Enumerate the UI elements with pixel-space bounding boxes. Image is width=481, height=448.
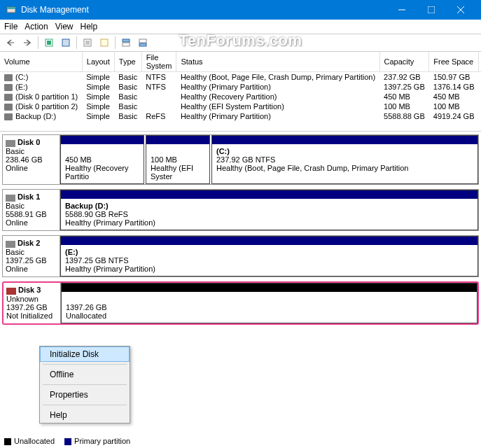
svg-rect-1 <box>7 7 15 9</box>
volume-row[interactable]: (Disk 0 partition 1)SimpleBasicHealthy (… <box>0 92 481 102</box>
disk-0-partition-2[interactable]: 100 MBHealthy (EFI Syster <box>146 135 210 184</box>
window-title: Disk Management <box>21 5 387 15</box>
col-layout[interactable]: Layout <box>82 52 114 72</box>
action-button[interactable] <box>58 36 74 50</box>
disk-1-row[interactable]: Disk 1 Basic 5588.91 GB Online Backup (D… <box>2 189 479 231</box>
col-capacity[interactable]: Capacity <box>379 52 429 72</box>
disk-0-partition-1[interactable]: 450 MBHealthy (Recovery Partitio <box>60 135 144 184</box>
menu-separator <box>43 364 127 365</box>
minimize-button[interactable] <box>387 0 417 20</box>
toolbar-separator <box>76 36 77 49</box>
menu-properties[interactable]: Properties <box>40 387 130 402</box>
volume-list: Volume Layout Type File System Status Ca… <box>0 52 481 132</box>
svg-rect-10 <box>62 39 69 46</box>
forward-button[interactable] <box>20 36 35 50</box>
svg-rect-15 <box>101 39 108 46</box>
disk-2-row[interactable]: Disk 2 Basic 1397.25 GB Online (E:)1397.… <box>2 235 479 277</box>
menu-initialize-disk[interactable]: Initialize Disk <box>40 346 130 362</box>
col-pctfree[interactable]: % Free <box>478 52 481 72</box>
menu-separator <box>43 405 127 405</box>
view-bottom-button[interactable] <box>135 36 151 50</box>
svg-rect-19 <box>139 43 146 46</box>
disk-icon <box>6 241 15 248</box>
legend: Unallocated Primary partition <box>4 437 130 445</box>
app-icon <box>6 4 17 15</box>
col-fs[interactable]: File System <box>141 52 176 72</box>
back-button[interactable] <box>3 36 18 50</box>
menu-view[interactable]: View <box>55 22 74 31</box>
col-free[interactable]: Free Space <box>429 52 479 72</box>
close-button[interactable] <box>446 0 475 20</box>
disk-0-row[interactable]: Disk 0 Basic 238.46 GB Online 450 MBHeal… <box>2 134 479 185</box>
toolbar-separator <box>115 36 116 49</box>
menu-offline[interactable]: Offline <box>40 367 130 382</box>
volume-row[interactable]: (E:)SimpleBasicNTFSHealthy (Primary Part… <box>0 82 481 92</box>
volume-icon <box>4 84 13 91</box>
properties-button[interactable] <box>80 36 95 50</box>
legend-swatch-unallocated <box>4 438 11 445</box>
menu-separator <box>43 384 127 385</box>
disk-3-info: Disk 3 Unknown 1397.26 GB Not Initialize… <box>4 283 61 323</box>
volume-icon <box>4 94 13 101</box>
col-status[interactable]: Status <box>176 52 379 72</box>
menu-help[interactable]: Help <box>81 22 98 31</box>
disk-2-partition-1[interactable]: (E:)1397.25 GB NTFSHealthy (Primary Part… <box>60 236 478 276</box>
disk-1-info: Disk 1 Basic 5588.91 GB Online <box>3 190 60 230</box>
volume-row[interactable]: (Disk 0 partition 2)SimpleBasicHealthy (… <box>0 102 481 111</box>
volume-row[interactable]: (C:)SimpleBasicNTFSHealthy (Boot, Page F… <box>0 72 481 83</box>
view-top-button[interactable] <box>118 36 134 50</box>
legend-swatch-primary <box>64 438 71 445</box>
svg-rect-18 <box>139 39 146 43</box>
disk-2-info: Disk 2 Basic 1397.25 GB Online <box>3 236 60 276</box>
disk-0-info: Disk 0 Basic 238.46 GB Online <box>3 135 60 184</box>
context-menu: Initialize Disk Offline Properties Help <box>39 346 130 424</box>
menu-action[interactable]: Action <box>25 22 48 31</box>
disk-icon <box>6 140 15 147</box>
disk-3-row[interactable]: Disk 3 Unknown 1397.26 GB Not Initialize… <box>2 281 479 325</box>
volume-icon <box>4 113 13 120</box>
disk-0-partition-3[interactable]: (C:)237.92 GB NTFSHealthy (Boot, Page Fi… <box>211 135 478 184</box>
menubar: File Action View Help <box>0 20 481 34</box>
volume-icon <box>4 74 13 81</box>
menu-file[interactable]: File <box>4 22 18 31</box>
volume-icon <box>4 104 13 111</box>
col-volume[interactable]: Volume <box>0 52 82 72</box>
disk-3-unallocated[interactable]: 1397.26 GBUnallocated <box>61 283 477 323</box>
help-button[interactable] <box>97 36 112 50</box>
svg-rect-16 <box>123 39 130 42</box>
col-type[interactable]: Type <box>114 52 141 72</box>
toolbar-separator <box>38 36 39 49</box>
svg-rect-17 <box>123 43 130 46</box>
disk-icon <box>6 195 15 202</box>
svg-rect-3 <box>428 6 435 13</box>
disk-graphical-view: Disk 0 Basic 238.46 GB Online 450 MBHeal… <box>0 132 481 332</box>
menu-help[interactable]: Help <box>40 407 130 423</box>
refresh-button[interactable] <box>41 36 57 50</box>
window-titlebar: Disk Management <box>0 0 481 20</box>
maximize-button[interactable] <box>417 0 446 20</box>
svg-rect-9 <box>47 41 51 45</box>
toolbar <box>0 34 481 52</box>
disk-1-partition-1[interactable]: Backup (D:)5588.90 GB ReFSHealthy (Prima… <box>60 190 478 230</box>
volume-row[interactable]: Backup (D:)SimpleBasicReFSHealthy (Prima… <box>0 111 481 121</box>
disk-icon <box>6 288 16 295</box>
